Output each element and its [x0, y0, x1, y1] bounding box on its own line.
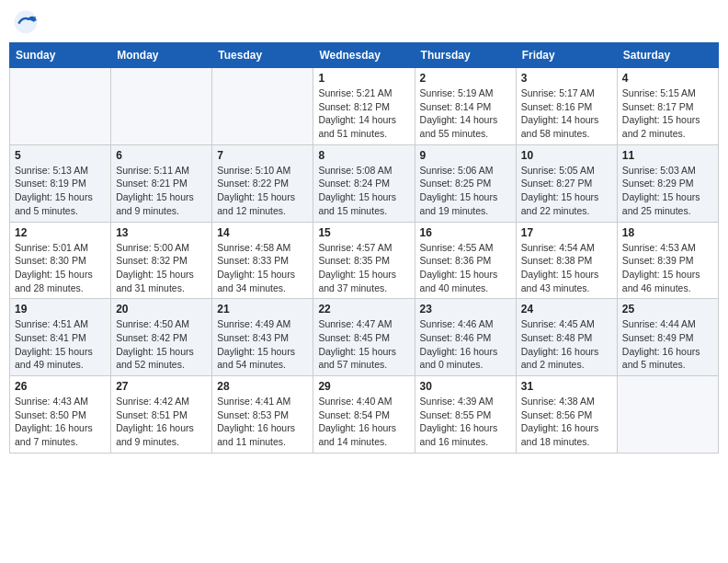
- day-number: 7: [217, 149, 308, 162]
- day-info: Sunrise: 4:57 AM Sunset: 8:35 PM Dayligh…: [318, 241, 409, 295]
- day-number: 31: [521, 380, 612, 393]
- weekday-header-row: SundayMondayTuesdayWednesdayThursdayFrid…: [10, 43, 719, 68]
- calendar-table: SundayMondayTuesdayWednesdayThursdayFrid…: [9, 42, 719, 454]
- calendar-cell: 19Sunrise: 4:51 AM Sunset: 8:41 PM Dayli…: [10, 299, 111, 376]
- day-number: 13: [116, 226, 207, 239]
- calendar-cell: 7Sunrise: 5:10 AM Sunset: 8:22 PM Daylig…: [212, 144, 313, 222]
- day-info: Sunrise: 4:53 AM Sunset: 8:39 PM Dayligh…: [622, 241, 713, 295]
- day-info: Sunrise: 5:10 AM Sunset: 8:22 PM Dayligh…: [217, 164, 308, 218]
- calendar-cell: 16Sunrise: 4:55 AM Sunset: 8:36 PM Dayli…: [415, 222, 516, 299]
- day-info: Sunrise: 4:49 AM Sunset: 8:43 PM Dayligh…: [217, 317, 308, 372]
- day-number: 27: [116, 380, 207, 393]
- day-info: Sunrise: 4:42 AM Sunset: 8:51 PM Dayligh…: [116, 395, 207, 449]
- calendar-cell: 15Sunrise: 4:57 AM Sunset: 8:35 PM Dayli…: [313, 222, 415, 299]
- calendar-cell: 1Sunrise: 5:21 AM Sunset: 8:12 PM Daylig…: [313, 68, 415, 145]
- calendar-cell: 11Sunrise: 5:03 AM Sunset: 8:29 PM Dayli…: [617, 144, 718, 222]
- calendar-cell: 22Sunrise: 4:47 AM Sunset: 8:45 PM Dayli…: [313, 299, 415, 376]
- page-header: [9, 9, 719, 35]
- day-number: 10: [521, 149, 612, 162]
- calendar-week-1: 5Sunrise: 5:13 AM Sunset: 8:19 PM Daylig…: [10, 144, 719, 222]
- day-info: Sunrise: 5:05 AM Sunset: 8:27 PM Dayligh…: [521, 164, 612, 218]
- weekday-header-monday: Monday: [111, 43, 212, 68]
- calendar-cell: [10, 68, 111, 145]
- day-info: Sunrise: 5:08 AM Sunset: 8:24 PM Dayligh…: [318, 164, 409, 218]
- calendar-cell: 13Sunrise: 5:00 AM Sunset: 8:32 PM Dayli…: [111, 222, 212, 299]
- day-info: Sunrise: 4:50 AM Sunset: 8:42 PM Dayligh…: [116, 317, 207, 372]
- weekday-header-thursday: Thursday: [415, 43, 516, 68]
- calendar-week-2: 12Sunrise: 5:01 AM Sunset: 8:30 PM Dayli…: [10, 222, 719, 299]
- day-number: 23: [420, 303, 511, 316]
- calendar-cell: 23Sunrise: 4:46 AM Sunset: 8:46 PM Dayli…: [415, 299, 516, 376]
- day-number: 6: [116, 149, 207, 162]
- day-number: 18: [622, 226, 713, 239]
- calendar-cell: [111, 68, 212, 145]
- day-info: Sunrise: 5:11 AM Sunset: 8:21 PM Dayligh…: [116, 164, 207, 218]
- day-info: Sunrise: 4:47 AM Sunset: 8:45 PM Dayligh…: [318, 317, 409, 372]
- day-info: Sunrise: 5:15 AM Sunset: 8:17 PM Dayligh…: [622, 86, 713, 141]
- logo-icon: [13, 9, 39, 35]
- calendar-cell: 24Sunrise: 4:45 AM Sunset: 8:48 PM Dayli…: [516, 299, 617, 376]
- day-number: 9: [420, 149, 511, 162]
- day-number: 28: [217, 380, 308, 393]
- day-info: Sunrise: 5:03 AM Sunset: 8:29 PM Dayligh…: [622, 164, 713, 218]
- calendar-cell: 4Sunrise: 5:15 AM Sunset: 8:17 PM Daylig…: [617, 68, 718, 145]
- calendar-cell: 27Sunrise: 4:42 AM Sunset: 8:51 PM Dayli…: [111, 376, 212, 454]
- day-number: 8: [318, 149, 409, 162]
- day-info: Sunrise: 4:39 AM Sunset: 8:55 PM Dayligh…: [420, 395, 511, 449]
- day-number: 16: [420, 226, 511, 239]
- calendar-cell: 6Sunrise: 5:11 AM Sunset: 8:21 PM Daylig…: [111, 144, 212, 222]
- calendar-cell: 5Sunrise: 5:13 AM Sunset: 8:19 PM Daylig…: [10, 144, 111, 222]
- calendar-cell: 20Sunrise: 4:50 AM Sunset: 8:42 PM Dayli…: [111, 299, 212, 376]
- day-info: Sunrise: 5:13 AM Sunset: 8:19 PM Dayligh…: [15, 164, 106, 218]
- calendar-cell: 9Sunrise: 5:06 AM Sunset: 8:25 PM Daylig…: [415, 144, 516, 222]
- calendar-cell: 10Sunrise: 5:05 AM Sunset: 8:27 PM Dayli…: [516, 144, 617, 222]
- day-info: Sunrise: 4:40 AM Sunset: 8:54 PM Dayligh…: [318, 395, 409, 449]
- day-info: Sunrise: 5:17 AM Sunset: 8:16 PM Dayligh…: [521, 86, 612, 141]
- calendar-cell: 18Sunrise: 4:53 AM Sunset: 8:39 PM Dayli…: [617, 222, 718, 299]
- day-info: Sunrise: 4:43 AM Sunset: 8:50 PM Dayligh…: [15, 395, 106, 449]
- calendar-week-0: 1Sunrise: 5:21 AM Sunset: 8:12 PM Daylig…: [10, 68, 719, 145]
- weekday-header-wednesday: Wednesday: [313, 43, 415, 68]
- day-number: 12: [15, 226, 106, 239]
- calendar-cell: 26Sunrise: 4:43 AM Sunset: 8:50 PM Dayli…: [10, 376, 111, 454]
- day-info: Sunrise: 4:46 AM Sunset: 8:46 PM Dayligh…: [420, 317, 511, 372]
- day-info: Sunrise: 4:38 AM Sunset: 8:56 PM Dayligh…: [521, 395, 612, 449]
- day-number: 5: [15, 149, 106, 162]
- calendar-cell: 8Sunrise: 5:08 AM Sunset: 8:24 PM Daylig…: [313, 144, 415, 222]
- calendar-week-3: 19Sunrise: 4:51 AM Sunset: 8:41 PM Dayli…: [10, 299, 719, 376]
- day-info: Sunrise: 4:41 AM Sunset: 8:53 PM Dayligh…: [217, 395, 308, 449]
- day-number: 25: [622, 303, 713, 316]
- day-number: 3: [521, 72, 612, 85]
- day-number: 2: [420, 72, 511, 85]
- calendar-cell: 25Sunrise: 4:44 AM Sunset: 8:49 PM Dayli…: [617, 299, 718, 376]
- day-number: 26: [15, 380, 106, 393]
- calendar-header: SundayMondayTuesdayWednesdayThursdayFrid…: [10, 43, 719, 68]
- calendar-cell: 30Sunrise: 4:39 AM Sunset: 8:55 PM Dayli…: [415, 376, 516, 454]
- day-number: 15: [318, 226, 409, 239]
- day-number: 4: [622, 72, 713, 85]
- day-number: 20: [116, 303, 207, 316]
- calendar-cell: [212, 68, 313, 145]
- calendar-cell: 29Sunrise: 4:40 AM Sunset: 8:54 PM Dayli…: [313, 376, 415, 454]
- svg-point-0: [15, 11, 38, 34]
- day-info: Sunrise: 5:06 AM Sunset: 8:25 PM Dayligh…: [420, 164, 511, 218]
- day-info: Sunrise: 4:51 AM Sunset: 8:41 PM Dayligh…: [15, 317, 106, 372]
- weekday-header-saturday: Saturday: [617, 43, 718, 68]
- day-info: Sunrise: 4:45 AM Sunset: 8:48 PM Dayligh…: [521, 317, 612, 372]
- day-info: Sunrise: 5:00 AM Sunset: 8:32 PM Dayligh…: [116, 241, 207, 295]
- day-number: 19: [15, 303, 106, 316]
- day-info: Sunrise: 4:55 AM Sunset: 8:36 PM Dayligh…: [420, 241, 511, 295]
- calendar-cell: [617, 376, 718, 454]
- calendar-body: 1Sunrise: 5:21 AM Sunset: 8:12 PM Daylig…: [10, 68, 719, 454]
- day-number: 21: [217, 303, 308, 316]
- day-number: 24: [521, 303, 612, 316]
- day-number: 30: [420, 380, 511, 393]
- calendar-cell: 14Sunrise: 4:58 AM Sunset: 8:33 PM Dayli…: [212, 222, 313, 299]
- day-info: Sunrise: 4:54 AM Sunset: 8:38 PM Dayligh…: [521, 241, 612, 295]
- calendar-cell: 28Sunrise: 4:41 AM Sunset: 8:53 PM Dayli…: [212, 376, 313, 454]
- logo: [13, 9, 42, 35]
- day-info: Sunrise: 4:44 AM Sunset: 8:49 PM Dayligh…: [622, 317, 713, 372]
- day-number: 14: [217, 226, 308, 239]
- day-number: 1: [318, 72, 409, 85]
- day-info: Sunrise: 5:01 AM Sunset: 8:30 PM Dayligh…: [15, 241, 106, 295]
